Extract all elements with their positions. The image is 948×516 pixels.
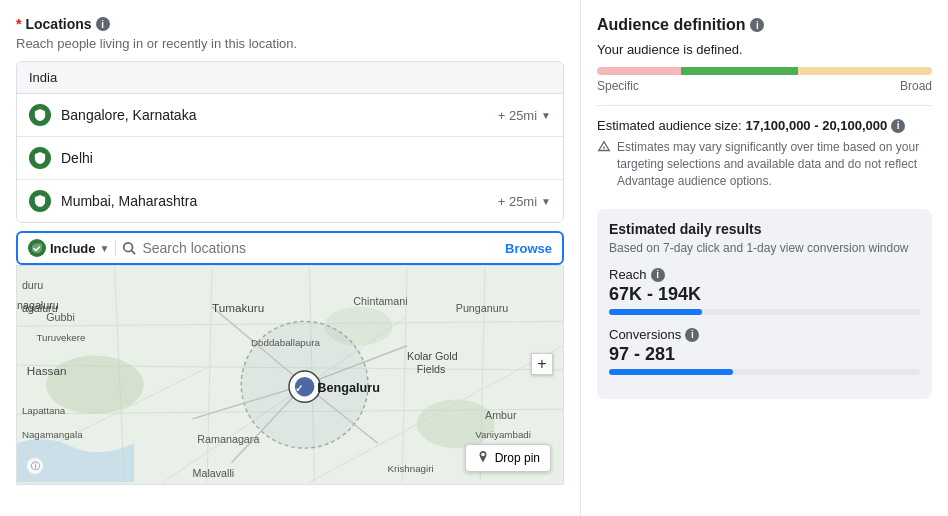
audience-meter: Specific Broad <box>597 67 932 93</box>
map-zoom-in-button[interactable]: + <box>531 353 553 375</box>
include-label: Include <box>50 241 96 256</box>
drop-pin-label: Drop pin <box>495 451 540 465</box>
search-locations-input[interactable] <box>142 240 499 256</box>
conversions-label-text: Conversions <box>609 327 681 342</box>
locations-subtitle: Reach people living in or recently in th… <box>16 36 564 51</box>
daily-results-title: Estimated daily results <box>609 221 920 237</box>
map-attribution: ⓘ <box>27 458 43 474</box>
svg-text:agaluru: agaluru <box>22 302 58 314</box>
locations-title: * Locations i <box>16 16 564 32</box>
locations-container: India Bangalore, Karnataka + 25mi ▼ <box>16 61 564 223</box>
bangalore-radius-arrow[interactable]: ▼ <box>541 110 551 121</box>
svg-point-0 <box>124 243 133 252</box>
svg-text:Krishnagiri: Krishnagiri <box>387 464 433 475</box>
conversions-value: 97 - 281 <box>609 344 920 365</box>
reach-bar-container <box>609 309 920 315</box>
reach-info-icon[interactable]: i <box>651 268 665 282</box>
daily-results-section: Estimated daily results Based on 7-day c… <box>597 209 932 399</box>
svg-line-1 <box>132 251 136 255</box>
search-divider <box>115 240 116 256</box>
location-search-bar: Include ▼ Browse <box>16 231 564 265</box>
estimated-audience-size: Estimated audience size: 17,100,000 - 20… <box>597 118 932 133</box>
est-size-info-icon[interactable]: i <box>891 119 905 133</box>
browse-button[interactable]: Browse <box>505 241 552 256</box>
daily-results-subtitle: Based on 7-day click and 1-day view conv… <box>609 241 920 255</box>
location-item-delhi[interactable]: Delhi <box>17 137 563 180</box>
location-shield-icon-mumbai <box>29 190 51 212</box>
svg-text:Ramanagara: Ramanagara <box>197 433 259 445</box>
svg-text:Vaniyambadi: Vaniyambadi <box>475 429 531 440</box>
conversions-label: Conversions i <box>609 327 920 342</box>
include-button[interactable]: Include ▼ <box>28 239 109 257</box>
svg-text:Punganuru: Punganuru <box>456 302 508 314</box>
svg-text:Hassan: Hassan <box>27 364 67 377</box>
svg-point-15 <box>417 399 495 448</box>
conversions-bar-container <box>609 369 920 375</box>
mumbai-name: Mumbai, Maharashtra <box>61 193 488 209</box>
mumbai-radius: + 25mi ▼ <box>498 194 551 209</box>
estimate-note: Estimates may vary significantly over ti… <box>597 139 932 189</box>
mumbai-radius-arrow[interactable]: ▼ <box>541 196 551 207</box>
locations-label: Locations <box>25 16 91 32</box>
svg-point-48 <box>604 150 605 151</box>
shield-check-svg <box>34 109 46 121</box>
meter-specific-label: Specific <box>597 79 639 93</box>
svg-text:Malavalli: Malavalli <box>192 467 234 479</box>
divider-1 <box>597 105 932 106</box>
conversions-info-icon[interactable]: i <box>685 328 699 342</box>
search-icon <box>122 241 136 255</box>
left-panel: * Locations i Reach people living in or … <box>0 0 580 516</box>
audience-info-icon[interactable]: i <box>750 18 764 32</box>
svg-text:Doddaballapura: Doddaballapura <box>251 337 320 348</box>
svg-text:Lapattana: Lapattana <box>22 405 66 416</box>
est-size-value: 17,100,000 - 20,100,000 <box>746 118 888 133</box>
required-asterisk: * <box>16 16 21 32</box>
conversions-bar-fill <box>609 369 733 375</box>
svg-text:✓: ✓ <box>295 383 303 394</box>
pin-icon <box>476 451 490 465</box>
country-header: India <box>17 62 563 94</box>
include-check-svg <box>32 243 42 253</box>
svg-text:Chintamani: Chintamani <box>353 295 407 307</box>
location-shield-icon <box>29 104 51 126</box>
svg-text:duru: duru <box>22 279 43 291</box>
reach-label-text: Reach <box>609 267 647 282</box>
svg-text:Bengaluru: Bengaluru <box>317 381 380 395</box>
svg-text:Ambur: Ambur <box>485 409 517 421</box>
reach-value: 67K - 194K <box>609 284 920 305</box>
svg-text:Tumakuru: Tumakuru <box>212 301 264 314</box>
audience-definition-title: Audience definition i <box>597 16 932 34</box>
drop-pin-button[interactable]: Drop pin <box>465 444 551 472</box>
map-container: Gubbi Turuvekere Hassan Lapattana Nagama… <box>16 265 564 485</box>
location-item-mumbai[interactable]: Mumbai, Maharashtra + 25mi ▼ <box>17 180 563 222</box>
reach-label: Reach i <box>609 267 920 282</box>
svg-text:Turuvekere: Turuvekere <box>37 332 86 343</box>
bangalore-name: Bangalore, Karnataka <box>61 107 488 123</box>
shield-check-svg-delhi <box>34 152 46 164</box>
bangalore-radius: + 25mi ▼ <box>498 108 551 123</box>
locations-info-icon[interactable]: i <box>96 17 110 31</box>
right-panel: Audience definition i Your audience is d… <box>580 0 948 516</box>
audience-definition-label: Audience definition <box>597 16 745 34</box>
est-size-label: Estimated audience size: <box>597 118 742 133</box>
shield-check-svg-mumbai <box>34 195 46 207</box>
include-dropdown-arrow: ▼ <box>100 243 110 254</box>
audience-defined-text: Your audience is defined. <box>597 42 932 57</box>
location-item-bangalore[interactable]: Bangalore, Karnataka + 25mi ▼ <box>17 94 563 137</box>
location-shield-icon-delhi <box>29 147 51 169</box>
include-icon <box>28 239 46 257</box>
svg-text:Fields: Fields <box>417 363 446 375</box>
svg-text:Kolar Gold: Kolar Gold <box>407 350 458 362</box>
meter-labels: Specific Broad <box>597 79 932 93</box>
svg-text:Nagamangala: Nagamangala <box>22 429 83 440</box>
estimate-note-text: Estimates may vary significantly over ti… <box>617 139 932 189</box>
meter-bar <box>597 67 932 75</box>
audience-definition-section: Audience definition i Your audience is d… <box>597 16 932 189</box>
delhi-name: Delhi <box>61 150 551 166</box>
meter-broad-label: Broad <box>900 79 932 93</box>
reach-bar-fill <box>609 309 702 315</box>
estimate-note-icon <box>597 140 611 154</box>
